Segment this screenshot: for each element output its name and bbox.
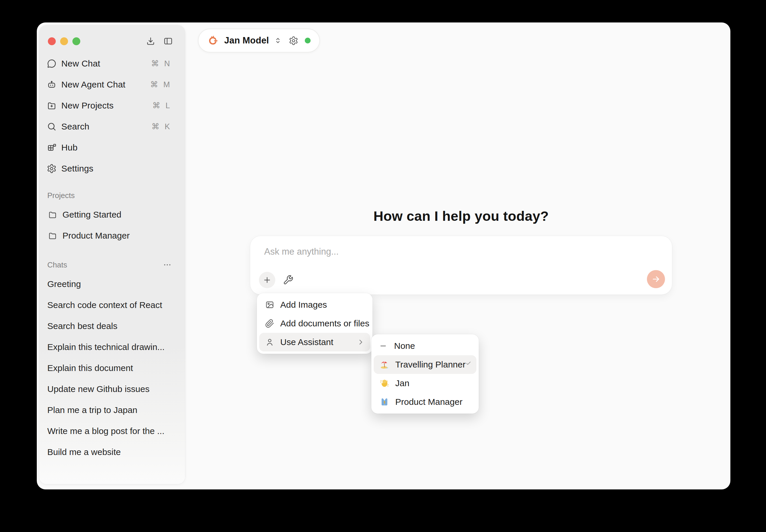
menu-item-label: Add Images	[280, 300, 327, 310]
sidebar-item-label: Search	[61, 122, 89, 132]
assistant-name: None	[394, 341, 415, 351]
assistant-item-jan[interactable]: Jan	[374, 374, 476, 393]
menu-item-add-documents[interactable]: Add documents or files	[259, 314, 370, 333]
assistant-item-none[interactable]: None	[374, 337, 476, 355]
model-settings-gear-icon[interactable]	[289, 36, 298, 45]
chat-bubble-icon	[47, 59, 57, 69]
sidebar-item-hub[interactable]: Hub	[39, 137, 185, 158]
shortcut-hint: ⌘N	[151, 59, 170, 68]
folder-icon	[48, 210, 57, 219]
chevron-up-down-icon[interactable]	[274, 36, 282, 45]
hub-grid-icon	[47, 143, 57, 153]
shortcut-hint: ⌘M	[150, 80, 170, 89]
chat-item[interactable]: Update new Github issues	[39, 379, 185, 400]
assistant-name: Jan	[395, 378, 409, 388]
project-item[interactable]: Product Manager	[39, 225, 185, 246]
chat-input-placeholder[interactable]: Ask me anything...	[264, 246, 339, 257]
project-name: Product Manager	[62, 231, 129, 241]
chat-item[interactable]: Greeting	[39, 274, 185, 295]
projects-label: Projects	[47, 191, 75, 200]
minimize-button[interactable]	[60, 37, 68, 45]
person-icon	[265, 337, 274, 347]
sidebar-item-label: New Projects	[61, 101, 113, 111]
attachment-menu: Add Images Add documents or files Use As…	[257, 293, 372, 354]
status-online-dot	[305, 38, 311, 43]
tools-wrench-icon[interactable]	[283, 275, 293, 285]
chat-input-card[interactable]: Ask me anything...	[250, 236, 672, 295]
paperclip-icon	[265, 319, 274, 328]
search-icon	[47, 122, 57, 132]
assistant-item-product-manager[interactable]: Product Manager	[374, 393, 476, 411]
menu-item-label: Add documents or files	[280, 319, 369, 328]
sidebar-item-label: New Chat	[61, 59, 100, 69]
project-name: Getting Started	[62, 210, 121, 220]
chat-item[interactable]: Write me a blog post for the ...	[39, 421, 185, 442]
download-icon[interactable]	[145, 36, 156, 46]
folder-plus-icon	[47, 101, 57, 111]
model-name: Jan Model	[224, 35, 269, 46]
robot-icon	[47, 80, 57, 90]
chat-item[interactable]: Explain this document	[39, 358, 185, 379]
sidebar-menu: New Chat ⌘N New Agent Chat ⌘M New Projec…	[39, 53, 185, 179]
assistant-submenu: None Travelling Planner	[371, 334, 479, 414]
sidebar-item-search[interactable]: Search ⌘K	[39, 116, 185, 137]
menu-item-label: Use Assistant	[280, 337, 333, 347]
add-attachment-button[interactable]	[259, 272, 275, 288]
greeting-title: How can I help you today?	[250, 208, 672, 224]
assistant-name: Product Manager	[395, 397, 462, 407]
dash-icon	[380, 342, 388, 350]
necktie-emoji-icon	[380, 397, 389, 407]
sidebar-item-new-projects[interactable]: New Projects ⌘L	[39, 95, 185, 116]
assistant-item-travelling-planner[interactable]: Travelling Planner	[374, 355, 476, 374]
shortcut-hint: ⌘L	[152, 101, 170, 110]
beach-umbrella-emoji-icon	[380, 360, 389, 370]
sidebar-item-label: Hub	[61, 143, 78, 153]
close-button[interactable]	[48, 37, 56, 45]
chevron-right-icon	[357, 338, 365, 346]
sidebar-item-label: New Agent Chat	[61, 80, 125, 90]
maximize-button[interactable]	[72, 37, 80, 45]
sidebar: New Chat ⌘N New Agent Chat ⌘M New Projec…	[39, 25, 185, 484]
chat-item[interactable]: Search code context of React	[39, 295, 185, 316]
sidebar-item-new-agent-chat[interactable]: New Agent Chat ⌘M	[39, 74, 185, 95]
check-icon	[466, 361, 471, 369]
traffic-lights	[48, 37, 80, 45]
menu-item-use-assistant[interactable]: Use Assistant	[259, 333, 370, 351]
chat-item[interactable]: Build me a website	[39, 442, 185, 463]
menu-item-add-images[interactable]: Add Images	[259, 295, 370, 314]
image-icon	[265, 300, 274, 309]
assistant-name: Travelling Planner	[395, 360, 466, 370]
model-selector[interactable]: Jan Model	[198, 29, 320, 53]
folder-icon	[48, 231, 57, 240]
sidebar-item-settings[interactable]: Settings	[39, 158, 185, 179]
sidebar-item-new-chat[interactable]: New Chat ⌘N	[39, 53, 185, 74]
chats-label: Chats	[47, 260, 67, 269]
chats-section-header: Chats	[39, 256, 185, 274]
chat-item[interactable]: Explain this technical drawin...	[39, 337, 185, 358]
projects-section-header: Projects	[39, 187, 185, 204]
waving-hand-emoji-icon	[380, 378, 389, 388]
app-window: New Chat ⌘N New Agent Chat ⌘M New Projec…	[37, 22, 730, 489]
chat-item[interactable]: Plan me a trip to Japan	[39, 400, 185, 421]
chats-more-icon[interactable]	[163, 260, 171, 269]
chat-item[interactable]: Search best deals	[39, 316, 185, 337]
shortcut-hint: ⌘K	[151, 122, 170, 131]
send-button[interactable]	[647, 270, 665, 288]
jan-logo-icon	[207, 35, 219, 46]
sidebar-item-label: Settings	[61, 164, 93, 174]
project-item[interactable]: Getting Started	[39, 204, 185, 225]
sidebar-header	[39, 25, 185, 53]
toggle-sidebar-icon[interactable]	[163, 36, 173, 46]
gear-icon	[47, 164, 57, 174]
